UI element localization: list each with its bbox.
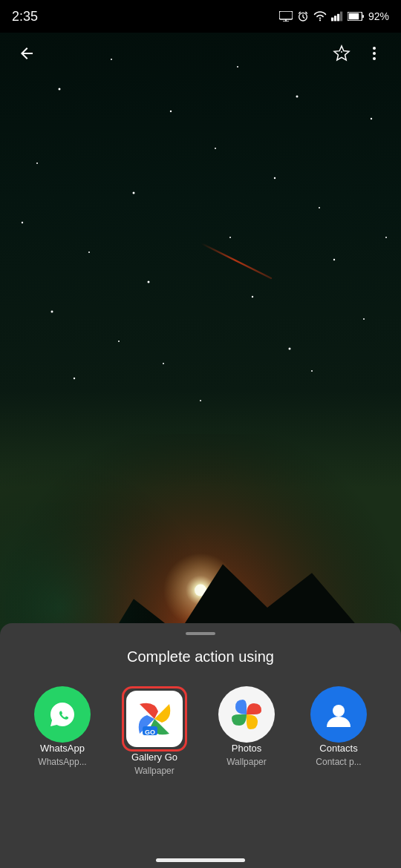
app-item-photos[interactable]: Photos Wallpaper	[209, 686, 284, 767]
app-item-contacts[interactable]: Contacts Contact p...	[301, 686, 376, 767]
svg-text:GO: GO	[145, 729, 155, 736]
app-item-whatsapp[interactable]: WhatsApp WhatsApp...	[25, 686, 100, 767]
app-item-gallery-go[interactable]: GO Gallery Go Wallpaper	[117, 686, 192, 776]
status-time: 2:35	[12, 9, 38, 24]
screen-icon	[279, 11, 293, 22]
gallery-go-icon: GO	[126, 691, 183, 747]
wifi-icon	[313, 11, 327, 22]
battery-icon	[348, 12, 364, 21]
gallery-go-selected-border: GO	[122, 686, 187, 752]
svg-point-11	[373, 47, 376, 50]
svg-point-12	[373, 52, 376, 55]
svg-rect-10	[349, 13, 359, 19]
svg-point-4	[319, 19, 321, 21]
app-list: WhatsApp WhatsApp...	[0, 686, 401, 776]
status-bar: 2:35 92%	[0, 0, 401, 33]
photos-sublabel: Wallpaper	[226, 757, 267, 767]
sheet-title: Complete action using	[127, 648, 274, 665]
back-button[interactable]	[12, 39, 42, 68]
photos-icon	[218, 686, 275, 743]
sheet-handle	[186, 632, 215, 635]
svg-rect-0	[279, 11, 293, 19]
svg-rect-7	[337, 14, 339, 22]
whatsapp-sublabel: WhatsApp...	[38, 757, 86, 767]
whatsapp-icon	[34, 686, 91, 743]
contacts-label: Contacts	[319, 743, 357, 755]
svg-rect-8	[340, 12, 342, 22]
status-icons: 92%	[279, 10, 389, 22]
favorite-button[interactable]	[327, 39, 356, 68]
contacts-icon	[310, 686, 367, 743]
svg-rect-5	[331, 18, 333, 22]
alarm-icon	[297, 10, 309, 22]
action-bar-right	[327, 39, 389, 68]
bottom-sheet: Complete action using WhatsApp WhatsApp.…	[0, 623, 401, 868]
battery-percent: 92%	[368, 10, 389, 22]
gallery-go-label: Gallery Go	[131, 752, 177, 764]
svg-rect-6	[334, 16, 336, 21]
signal-icon	[331, 11, 343, 22]
gallery-go-sublabel: Wallpaper	[134, 766, 175, 776]
more-options-button[interactable]	[359, 39, 389, 68]
svg-point-17	[333, 705, 345, 717]
photos-label: Photos	[232, 743, 261, 755]
contacts-sublabel: Contact p...	[316, 757, 361, 767]
home-indicator	[156, 858, 245, 862]
svg-point-13	[373, 57, 376, 60]
action-bar	[0, 33, 401, 74]
whatsapp-label: WhatsApp	[40, 743, 85, 755]
